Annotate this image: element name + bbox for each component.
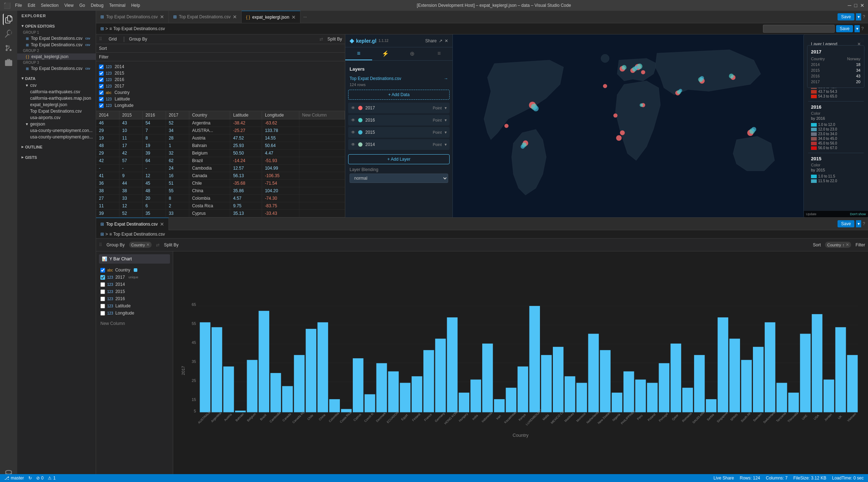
col-checkbox-country[interactable] (99, 90, 104, 95)
menu-go[interactable]: Go (79, 3, 85, 8)
top-save-btn-2[interactable]: Save (836, 25, 853, 32)
chart-col-country-checkbox[interactable] (100, 268, 105, 273)
layer-2014-header[interactable]: 👁 2014 Point ▾ (348, 139, 450, 150)
tab-close-3[interactable]: ✕ (291, 14, 296, 20)
sidebar-expat-json[interactable]: expat_keplergl.json (17, 101, 96, 108)
menu-help[interactable]: Help (131, 3, 140, 8)
col-checkbox-2014[interactable] (99, 65, 104, 69)
sidebar-item-expat-kepler[interactable]: { } expat_keplergl.json (17, 53, 96, 60)
error-count[interactable]: ⊘ 0 (36, 476, 44, 481)
open-editors-toggle[interactable]: ▾OPEN EDITORS (17, 22, 96, 30)
tab-more-btn[interactable]: ··· (300, 14, 310, 19)
sidebar-item-top-expat-3[interactable]: ⊞ Top Expat Destinations.csv csv (17, 65, 96, 72)
col-checkbox-longitude[interactable] (99, 103, 104, 108)
th-longitude[interactable]: Longitude (262, 111, 299, 119)
gists-toggle[interactable]: ▸GISTS (17, 153, 96, 161)
menu-selection[interactable]: Selection (41, 3, 58, 8)
sync-btn[interactable]: ↻ (28, 476, 32, 481)
layer-2014-eye[interactable]: 👁 (351, 142, 355, 147)
new-column-header[interactable]: New Column (299, 111, 345, 119)
outline-toggle[interactable]: ▸OUTLINE (17, 143, 96, 151)
sidebar-csv-folder[interactable]: ▾ csv (17, 82, 96, 89)
top-save-dropdown-2[interactable]: ▾ (854, 25, 860, 32)
tab-close-2[interactable]: ✕ (233, 14, 237, 20)
sidebar-top-expat-csv[interactable]: Top Expat Destinations.csv (17, 108, 96, 114)
menu-view[interactable]: View (64, 3, 73, 8)
minimize-btn[interactable]: ─ (848, 3, 852, 8)
blending-select[interactable]: normal (350, 174, 448, 183)
activity-git[interactable] (3, 42, 14, 54)
add-layer-btn[interactable]: + Add Layer (348, 154, 450, 164)
bottom-help-icon[interactable]: ? (863, 221, 865, 226)
th-latitude[interactable]: Latitude (230, 111, 262, 119)
th-2017[interactable]: 2017 (166, 111, 189, 119)
kepler-tab-interaction[interactable]: ⊕ (399, 47, 426, 60)
layer-2017-chevron[interactable]: ▾ (445, 105, 447, 110)
layer-2017-eye[interactable]: 👁 (351, 105, 355, 110)
close-btn[interactable]: ✕ (860, 3, 864, 8)
add-data-btn[interactable]: + Add Data (348, 90, 450, 100)
bottom-save-dropdown[interactable]: ▾ (856, 220, 861, 227)
sidebar-usa-airports[interactable]: usa-airports.csv (17, 114, 96, 121)
tab-expat-kepler[interactable]: { } expat_keplergl.json ✕ (242, 11, 300, 23)
sidebar-item-top-expat-1[interactable]: ⊞ Top Expat Destinations.csv csv (17, 35, 96, 42)
sort-close[interactable]: ✕ (846, 242, 849, 247)
warning-count[interactable]: ⚠ 1 (48, 476, 56, 481)
th-2016[interactable]: 2016 (142, 111, 166, 119)
maximize-btn[interactable]: □ (854, 3, 857, 8)
tab-bottom-destinations[interactable]: ⊞ Top Expat Destinations.csv ✕ (96, 218, 169, 230)
kepler-tab-layers[interactable]: ≡ (345, 47, 372, 60)
sidebar-california-eq[interactable]: california-earthquakes.csv (17, 89, 96, 95)
kepler-share-btn[interactable]: Share ↗ ✕ (425, 38, 448, 43)
sidebar-county-con[interactable]: usa-county-unemployment.con... (17, 127, 96, 134)
top-save-dropdown[interactable]: ▾ (856, 13, 861, 20)
chart-col-longitude-checkbox[interactable] (100, 311, 105, 316)
top-save-btn[interactable]: Save (838, 13, 854, 20)
chart-col-2015-checkbox[interactable] (100, 289, 105, 294)
col-checkbox-latitude[interactable] (99, 97, 104, 101)
new-column-chart[interactable]: New Column (99, 320, 170, 327)
th-country[interactable]: Country (189, 111, 230, 119)
activity-extensions[interactable] (3, 57, 14, 68)
top-help-icon-2[interactable]: ? (861, 26, 864, 31)
th-2014[interactable]: 2014 (96, 111, 119, 119)
tab-close-1[interactable]: ✕ (160, 14, 164, 20)
live-share-btn[interactable]: Live Share (713, 476, 734, 481)
layer-2015-eye[interactable]: 👁 (351, 130, 355, 135)
layer-2016-eye[interactable]: 👁 (351, 118, 355, 123)
layer-2017-header[interactable]: 👁 2017 Point ▾ (348, 103, 450, 113)
sidebar-geojson-folder[interactable]: ▾ geojson (17, 121, 96, 127)
tab-bottom-close[interactable]: ✕ (160, 221, 164, 227)
sidebar-item-top-expat-2[interactable]: ⊞ Top Expat Destinations.csv csv (17, 42, 96, 48)
activity-search[interactable] (3, 28, 14, 39)
top-help-icon[interactable]: ? (863, 14, 865, 19)
menu-debug[interactable]: Debug (91, 3, 103, 8)
menu-edit[interactable]: Edit (28, 3, 35, 8)
grid-btn[interactable]: Grid (106, 36, 119, 42)
sidebar-california-map[interactable]: california-earthquakes.map.json (17, 95, 96, 101)
activity-explorer[interactable] (3, 14, 14, 25)
data-group-toggle[interactable]: ▾DATA (17, 75, 96, 82)
tab-top-destinations-1[interactable]: ⊞ Top Expat Destinations.csv ✕ (96, 11, 169, 23)
chart-col-latitude-checkbox[interactable] (100, 304, 105, 308)
group-by-close[interactable]: ✕ (146, 242, 150, 247)
th-2015[interactable]: 2015 (119, 111, 142, 119)
layer-2015-chevron[interactable]: ▾ (445, 130, 447, 135)
layer-2015-header[interactable]: 👁 2015 Point ▾ (348, 127, 450, 138)
tab-top-destinations-2[interactable]: ⊞ Top Expat Destinations.csv ✕ (169, 11, 242, 23)
kepler-tab-filter[interactable]: ⚡ (372, 47, 399, 60)
menu-terminal[interactable]: Terminal (109, 3, 125, 8)
col-checkbox-2017[interactable] (99, 84, 104, 89)
layer-2014-chevron[interactable]: ▾ (445, 142, 447, 147)
chart-col-2014-checkbox[interactable] (100, 282, 105, 287)
close-kepler-icon[interactable]: ✕ (445, 38, 448, 43)
git-branch[interactable]: ⎇ master (4, 476, 24, 481)
bar-chart-type-btn[interactable]: 📊 Y Bar Chart (99, 254, 170, 264)
top-search-input[interactable] (763, 25, 835, 33)
chart-col-2017-checkbox[interactable] (100, 275, 105, 280)
layer-2016-chevron[interactable]: ▾ (445, 118, 447, 123)
chart-col-2016-checkbox[interactable] (100, 297, 105, 301)
bottom-save-btn[interactable]: Save (838, 220, 854, 227)
col-checkbox-2015[interactable] (99, 71, 104, 76)
layer-2016-header[interactable]: 👁 2016 Point ▾ (348, 115, 450, 126)
